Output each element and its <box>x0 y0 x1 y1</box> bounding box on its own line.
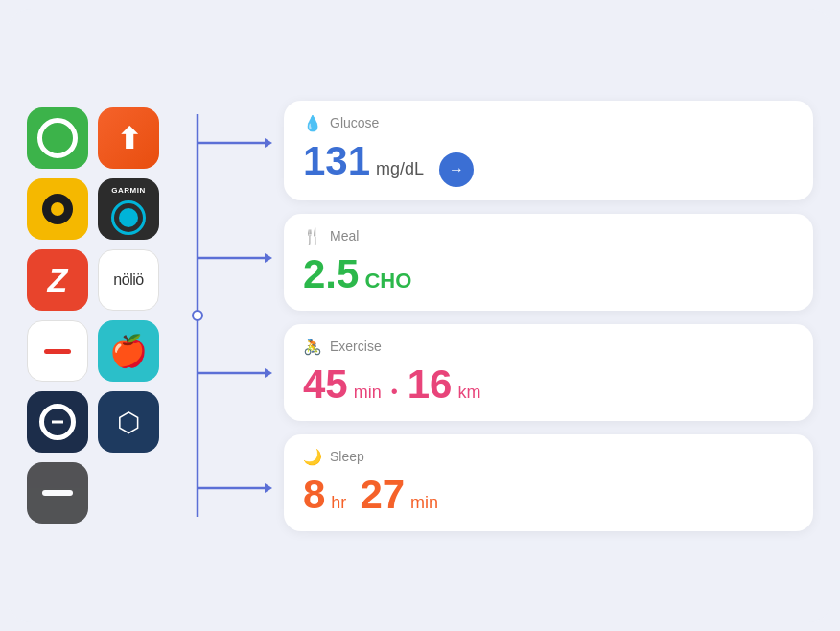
hex-icon: ⬡ <box>117 407 140 438</box>
nutra-wrap: 🍎 <box>109 333 148 369</box>
exercise-icon: 🚴 <box>303 338 322 356</box>
exercise-km-number: 16 <box>408 362 453 408</box>
connector-area <box>169 47 284 584</box>
svg-marker-3 <box>265 253 272 263</box>
exercise-km-unit: km <box>457 383 480 403</box>
glucose-card: 💧 Glucose 131 mg/dL → <box>284 101 813 200</box>
app-row-3: Z nöliö <box>27 249 159 311</box>
app-icon-record[interactable] <box>27 178 88 240</box>
app-icon-dark-o[interactable] <box>27 391 88 453</box>
app-icon-garmin[interactable]: GARMIN <box>98 178 159 240</box>
connector-svg <box>169 47 284 584</box>
svg-marker-5 <box>265 483 272 493</box>
sleep-min-number: 27 <box>360 472 405 518</box>
main-container: ⬆ GARMIN <box>8 9 832 622</box>
z-icon: Z <box>48 262 68 299</box>
sleep-min-unit: min <box>410 493 438 513</box>
garmin-label: GARMIN <box>111 186 145 195</box>
sleep-icon: 🌙 <box>303 448 322 466</box>
app-row-6 <box>27 462 159 524</box>
app-icon-circle[interactable] <box>27 107 88 169</box>
exercise-card: 🚴 Exercise 45 min • 16 km <box>284 324 813 421</box>
bar-icon <box>42 490 73 496</box>
sleep-hr-unit: hr <box>331 493 346 513</box>
sleep-value: 8 hr 27 min <box>303 472 794 518</box>
glucose-label-text: Glucose <box>330 115 379 130</box>
exercise-min-number: 45 <box>303 362 348 408</box>
glucose-value: 131 mg/dL → <box>303 138 794 187</box>
exercise-separator: • <box>391 381 398 403</box>
exercise-label: 🚴 Exercise <box>303 338 794 356</box>
meal-number: 2.5 <box>303 251 359 297</box>
meal-label: 🍴 Meal <box>303 227 794 245</box>
app-icon-bottom[interactable] <box>27 462 88 524</box>
glucose-unit: mg/dL <box>376 159 424 179</box>
dark-o-icon <box>39 404 76 440</box>
apps-column: ⬆ GARMIN <box>8 9 159 622</box>
sleep-card: 🌙 Sleep 8 hr 27 min <box>284 434 813 531</box>
svg-marker-2 <box>265 138 272 148</box>
meal-label-text: Meal <box>330 228 359 244</box>
strava-icon: ⬆ <box>117 122 141 155</box>
nolio-icon: nöliö <box>113 271 143 289</box>
glucose-number: 131 <box>303 138 370 184</box>
svg-marker-4 <box>265 368 272 378</box>
arrow-right-icon: → <box>449 161 464 178</box>
app-row-2: GARMIN <box>27 178 159 240</box>
svg-point-1 <box>193 311 202 320</box>
app-icon-red[interactable] <box>27 320 88 382</box>
app-row-4: 🍎 <box>27 320 159 382</box>
meal-unit: CHO <box>364 269 411 293</box>
glucose-label: 💧 Glucose <box>303 114 794 132</box>
exercise-value: 45 min • 16 km <box>303 362 794 408</box>
app-row-1: ⬆ <box>27 107 159 169</box>
circle-icon <box>37 118 78 158</box>
sleep-label: 🌙 Sleep <box>303 448 794 466</box>
exercise-min-unit: min <box>354 383 382 403</box>
glucose-arrow-button[interactable]: → <box>439 152 474 187</box>
app-icon-zinio[interactable]: Z <box>27 249 88 311</box>
app-icon-nolio[interactable]: nöliö <box>98 249 159 311</box>
meal-icon: 🍴 <box>303 227 322 245</box>
meal-value: 2.5 CHO <box>303 251 794 297</box>
glucose-icon: 💧 <box>303 114 322 132</box>
minus-icon <box>44 349 71 354</box>
exercise-label-text: Exercise <box>330 339 382 354</box>
app-icon-strava[interactable]: ⬆ <box>98 107 159 169</box>
app-row-5: ⬡ <box>27 391 159 453</box>
cards-column: 💧 Glucose 131 mg/dL → 🍴 Meal 2.5 CHO <box>284 82 832 550</box>
meal-card: 🍴 Meal 2.5 CHO <box>284 214 813 311</box>
sleep-hr-number: 8 <box>303 472 325 518</box>
app-icon-hex[interactable]: ⬡ <box>98 391 159 453</box>
app-icon-nutracheck[interactable]: 🍎 <box>98 320 159 382</box>
apple-icon: 🍎 <box>109 333 148 369</box>
sleep-label-text: Sleep <box>330 449 364 464</box>
